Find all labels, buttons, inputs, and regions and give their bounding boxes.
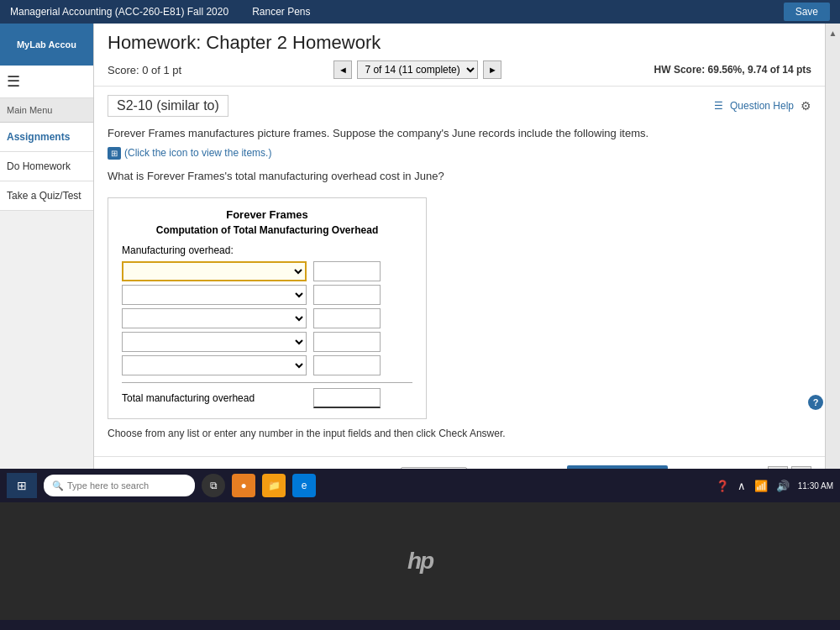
total-row: Total manufacturing overhead [122,382,412,408]
network-icon: 📶 [754,480,768,492]
content-area: Homework: Chapter 2 Homework Score: 0 of… [94,24,825,469]
bottom-next-button[interactable]: ► [791,466,811,470]
next-question-button[interactable]: ► [483,60,501,79]
question-text-1: Forever Frames manufactures picture fram… [108,125,811,142]
course-title: Managerial Accounting (ACC-260-E81) Fall… [10,6,228,18]
question-section: S2-10 (similar to) ☰ Question Help ⚙ For… [94,87,825,456]
question-select[interactable]: 7 of 14 (11 complete) [357,60,478,79]
question-help-label: Question Help [730,100,794,112]
sidebar-item-main-menu[interactable]: Main Menu [0,98,93,123]
time-display: 11:30 AM [798,481,833,491]
score-text: Score: 0 of 1 pt [108,64,181,76]
question-text-2: What is Forever Frames's total manufactu… [108,168,811,185]
save-button[interactable]: Save [784,3,830,21]
overhead-input-1[interactable] [313,261,381,281]
chrome-icon[interactable]: ● [232,474,255,497]
overhead-dropdown-1[interactable] [122,261,307,281]
up-icon: ∧ [738,480,746,492]
taskbar-system-icons: ❓ ∧ 📶 🔊 11:30 AM [716,480,833,492]
comp-title: Forever Frames [122,208,412,221]
table-icon: ⊞ [108,147,121,160]
total-label: Total manufacturing overhead [122,392,307,404]
click-icon-text: (Click the icon to view the items.) [124,147,271,159]
help-taskbar-icon: ❓ [716,480,729,492]
gear-icon[interactable]: ⚙ [801,99,811,113]
user-name: Rancer Pens [252,6,310,18]
question-help[interactable]: ☰ Question Help ⚙ [714,99,811,113]
edge-icon[interactable]: e [292,474,316,497]
comp-subtitle: Computation of Total Manufacturing Overh… [122,224,412,236]
overhead-dropdown-3[interactable] [122,308,307,328]
hp-logo: hp [407,548,433,575]
comp-row-1 [122,261,412,281]
volume-icon: 🔊 [776,480,790,492]
task-view-button[interactable]: ⧉ [202,474,225,497]
click-icon-link[interactable]: ⊞ (Click the icon to view the items.) [108,147,811,160]
bottom-nav-buttons: ◄ ► [768,466,811,470]
list-icon: ☰ [714,100,723,112]
help-circle-icon: ? [808,395,823,410]
hamburger-menu-icon[interactable]: ☰ [0,66,93,98]
overhead-dropdown-5[interactable] [122,355,307,375]
overhead-input-5[interactable] [313,355,381,375]
comp-row-2 [122,285,412,305]
help-bubble[interactable]: ? [808,395,823,410]
hint-text: Choose from any list or enter any number… [108,428,811,439]
overhead-input-2[interactable] [313,285,381,305]
computation-box: Forever Frames Computation of Total Manu… [108,197,427,419]
overhead-input-3[interactable] [313,308,381,328]
bottom-bar: All parts showing Clear All Check Answer… [94,456,825,469]
overhead-dropdown-2[interactable] [122,285,307,305]
overhead-dropdown-4[interactable] [122,332,307,352]
hw-score: HW Score: 69.56%, 9.74 of 14 pts [654,64,811,76]
sidebar-item-assignments[interactable]: Assignments [0,123,93,152]
search-icon: 🔍 [52,480,64,491]
scroll-up-icon[interactable]: ▲ [827,27,839,39]
comp-row-3 [122,308,412,328]
bottom-prev-button[interactable]: ◄ [768,466,788,470]
start-button[interactable]: ⊞ [7,473,37,498]
check-answer-button[interactable]: Check Answer [567,465,667,469]
prev-question-button[interactable]: ◄ [333,60,352,79]
scrollbar[interactable]: ▲ [825,24,840,469]
comp-row-5 [122,355,412,375]
comp-row-4 [122,332,412,352]
laptop-bottom: hp [0,502,840,620]
sidebar-item-do-homework[interactable]: Do Homework [0,152,93,181]
question-id: S2-10 (similar to) [108,95,228,117]
overhead-input-4[interactable] [313,332,381,352]
question-header: S2-10 (similar to) ☰ Question Help ⚙ [108,95,811,117]
top-bar: Managerial Accounting (ACC-260-E81) Fall… [0,0,840,24]
mylab-logo: MyLab Accou [0,24,93,66]
clear-all-button[interactable]: Clear All [401,467,467,470]
score-nav-row: Score: 0 of 1 pt ◄ 7 of 14 (11 complete)… [108,60,811,79]
total-input[interactable] [313,388,381,408]
overhead-label: Manufacturing overhead: [122,244,412,256]
sidebar-item-take-quiz[interactable]: Take a Quiz/Test [0,181,93,211]
top-bar-left: Managerial Accounting (ACC-260-E81) Fall… [10,6,311,18]
nav-controls: ◄ 7 of 14 (11 complete) ► [333,60,501,79]
taskbar-search-box: 🔍 [44,475,195,496]
page-title: Homework: Chapter 2 Homework [108,32,811,54]
folder-icon[interactable]: 📁 [262,474,286,497]
search-input[interactable] [67,480,185,491]
taskbar: ⊞ 🔍 ⧉ ● 📁 e ❓ ∧ 📶 🔊 11:30 AM [0,469,840,502]
sidebar: MyLab Accou ☰ Main Menu Assignments Do H… [0,24,94,469]
main-wrapper: MyLab Accou ☰ Main Menu Assignments Do H… [0,24,840,469]
page-header: Homework: Chapter 2 Homework Score: 0 of… [94,24,825,87]
